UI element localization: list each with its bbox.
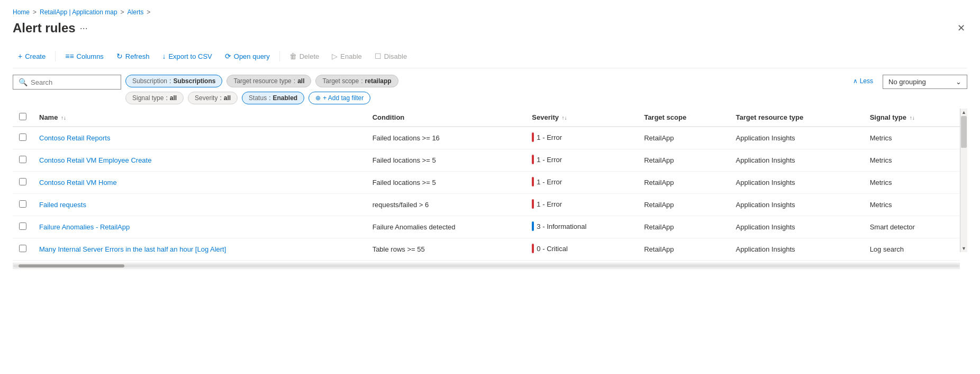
row-checkbox-1[interactable] (19, 156, 26, 163)
status-filter[interactable]: Status : Enabled (242, 92, 304, 104)
row-checkbox-0[interactable] (19, 133, 26, 141)
row-checkbox-cell-1 (13, 149, 33, 172)
search-box[interactable]: 🔍 (13, 75, 121, 90)
table-body: Contoso Retail Reports Failed locations … (13, 127, 960, 261)
search-input[interactable] (31, 78, 115, 86)
grouping-dropdown[interactable]: No grouping ⌄ (883, 75, 967, 89)
status-chip-label: Status (249, 94, 267, 102)
filters-row: 🔍 Subscription : Subscriptions Target re… (13, 75, 967, 104)
row-name-link-1[interactable]: Contoso Retail VM Employee Create (39, 156, 151, 164)
severity-filter[interactable]: Severity : all (188, 92, 238, 104)
severity-badge-5: 0 - Critical (532, 244, 568, 253)
toolbar-sep-1 (55, 51, 56, 61)
row-severity-5: 0 - Critical (525, 238, 638, 261)
page-container: Home > RetailApp | Application map > Ale… (0, 0, 980, 278)
vertical-scrollbar[interactable]: ▲ ▼ (960, 109, 967, 252)
row-name-link-0[interactable]: Contoso Retail Reports (39, 134, 110, 142)
row-signal-type-1: Metrics (864, 149, 960, 172)
row-name-link-2[interactable]: Contoso Retail VM Home (39, 179, 117, 186)
scrollbar-thumb[interactable] (961, 116, 967, 148)
row-checkbox-cell-3 (13, 194, 33, 216)
row-checkbox-4[interactable] (19, 222, 26, 230)
severity-text-1: 1 - Error (537, 156, 562, 164)
breadcrumb-app-map[interactable]: RetailApp | Application map (40, 8, 117, 16)
status-chip-sep: : (269, 94, 270, 102)
delete-button[interactable]: 🗑 Delete (284, 49, 325, 64)
severity-badge-3: 1 - Error (532, 199, 562, 209)
query-button[interactable]: ⟳ Open query (220, 49, 275, 64)
create-button[interactable]: + Create (13, 49, 51, 64)
resource-type-chip-label: Target resource type (233, 77, 291, 85)
row-checkbox-5[interactable] (19, 245, 26, 252)
signal-type-chip-label: Signal type (132, 94, 164, 102)
target-scope-filter[interactable]: Target scope : retailapp (315, 75, 398, 87)
alert-rules-table: Name ↑↓ Condition Severity ↑↓ Target sco… (13, 109, 960, 261)
query-icon: ⟳ (225, 52, 231, 60)
resource-type-filter[interactable]: Target resource type : all (226, 75, 311, 87)
row-signal-type-4: Smart detector (864, 216, 960, 238)
delete-label: Delete (300, 52, 320, 60)
columns-button[interactable]: ≡≡ Columns (60, 49, 109, 64)
row-name-link-5[interactable]: Many Internal Server Errors in the last … (39, 245, 226, 253)
row-signal-type-5: Log search (864, 238, 960, 261)
refresh-icon: ↻ (116, 52, 123, 60)
signal-type-sort-icon[interactable]: ↑↓ (910, 115, 915, 121)
breadcrumb-home[interactable]: Home (13, 8, 30, 16)
row-checkbox-2[interactable] (19, 178, 26, 185)
table-row: Failure Anomalies - RetailApp Failure An… (13, 216, 960, 238)
export-button[interactable]: ↓ Export to CSV (157, 49, 217, 64)
columns-icon: ≡≡ (65, 52, 74, 60)
hscrollbar-thumb[interactable] (19, 264, 124, 268)
name-col-label: Name (39, 113, 58, 121)
subscription-chip-label: Subscription (132, 77, 167, 85)
table-header-row: Name ↑↓ Condition Severity ↑↓ Target sco… (13, 109, 960, 127)
status-chip-value: Enabled (273, 94, 297, 102)
severity-dot-4 (532, 221, 534, 231)
row-target-scope-2: RetailApp (638, 172, 729, 194)
select-all-checkbox[interactable] (19, 113, 26, 120)
more-icon[interactable]: ··· (80, 23, 88, 34)
chevron-up-icon: ∧ (853, 77, 858, 85)
row-checkbox-3[interactable] (19, 200, 26, 208)
subscription-filter[interactable]: Subscription : Subscriptions (125, 75, 222, 87)
table-row: Contoso Retail VM Employee Create Failed… (13, 149, 960, 172)
severity-sort-icon[interactable]: ↑↓ (562, 115, 567, 121)
row-condition-3: requests/failed > 6 (366, 194, 526, 216)
scroll-down-arrow[interactable]: ▼ (960, 245, 967, 252)
severity-dot-3 (532, 199, 534, 209)
signal-type-filter[interactable]: Signal type : all (125, 92, 184, 104)
row-target-scope-4: RetailApp (638, 216, 729, 238)
filter-chips-row2: Signal type : all Severity : all Status … (125, 92, 878, 104)
severity-badge-2: 1 - Error (532, 177, 562, 186)
add-filter-button[interactable]: ⊕ + Add tag filter (308, 92, 370, 104)
row-checkbox-cell-2 (13, 172, 33, 194)
row-name-link-3[interactable]: Failed requests (39, 201, 86, 209)
less-button[interactable]: ∧ Less (848, 75, 878, 87)
name-sort-icon[interactable]: ↑↓ (61, 115, 66, 121)
close-button[interactable]: ✕ (955, 20, 967, 36)
row-name-link-4[interactable]: Failure Anomalies - RetailApp (39, 223, 130, 231)
breadcrumb: Home > RetailApp | Application map > Ale… (13, 8, 967, 16)
row-resource-type-2: Application Insights (730, 172, 864, 194)
row-resource-type-1: Application Insights (730, 149, 864, 172)
signal-type-chip-value: all (170, 94, 177, 102)
scroll-up-arrow[interactable]: ▲ (960, 109, 967, 116)
signal-type-col-label: Signal type (870, 113, 906, 121)
table-row: Contoso Retail VM Home Failed locations … (13, 172, 960, 194)
row-checkbox-cell-5 (13, 238, 33, 261)
page-title: Alert rules (13, 21, 76, 35)
row-name-1: Contoso Retail VM Employee Create (33, 149, 366, 172)
target-scope-chip-sep: : (361, 77, 362, 85)
disable-button[interactable]: ☐ Disable (369, 49, 412, 64)
row-name-3: Failed requests (33, 194, 366, 216)
target-scope-chip-label: Target scope (322, 77, 359, 85)
row-name-4: Failure Anomalies - RetailApp (33, 216, 366, 238)
row-resource-type-3: Application Insights (730, 194, 864, 216)
breadcrumb-alerts[interactable]: Alerts (128, 8, 144, 16)
row-name-0: Contoso Retail Reports (33, 127, 366, 149)
row-target-scope-0: RetailApp (638, 127, 729, 149)
horizontal-scrollbar[interactable] (13, 263, 960, 269)
refresh-button[interactable]: ↻ Refresh (111, 49, 155, 64)
enable-button[interactable]: ▷ Enable (326, 49, 367, 64)
resource-type-chip-sep: : (294, 77, 295, 85)
